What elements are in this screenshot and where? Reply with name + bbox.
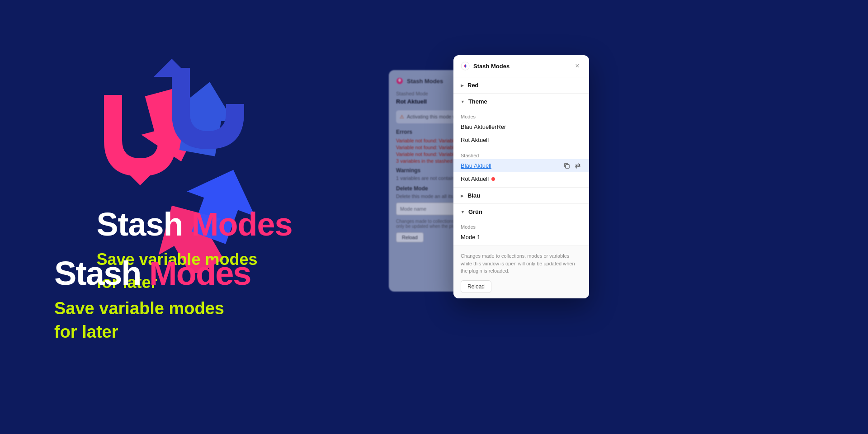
theme-mode-blau-aktueller[interactable]: Blau AktuellerRer <box>453 120 589 133</box>
bg-plugin-icon <box>396 77 403 85</box>
gruen-modes-label: Modes <box>453 222 589 231</box>
theme-modes-section: Modes Blau AktuellerRer Rot Aktuell <box>453 109 589 148</box>
theme-mode-rot-aktuell-text: Rot Aktuell <box>461 137 489 143</box>
modal-header-left: Stash Modes <box>461 61 509 71</box>
section-blau-chevron: ▶ <box>461 193 464 198</box>
theme-stashed-section: Stashed Blau Aktuell <box>453 148 589 187</box>
gruen-mode-1-text: Mode 1 <box>461 234 480 241</box>
modal-footer: Changes made to collections, modes or va… <box>453 246 589 298</box>
bg-panel-title: Stash Modes <box>407 78 443 85</box>
modal-close-button[interactable]: × <box>573 61 582 71</box>
svg-rect-2 <box>566 165 569 168</box>
modal-panel: Stash Modes × ▶ Red ▼ Theme Modes Blau A… <box>453 55 589 298</box>
theme-stashed-rot-aktuell[interactable]: Rot Aktuell <box>453 172 589 185</box>
hero-title-text: Stash Modes <box>54 254 250 292</box>
section-theme-label: Theme <box>468 98 487 105</box>
modal-title: Stash Modes <box>473 63 509 70</box>
error-indicator <box>491 177 495 181</box>
theme-stashed-blau-actions <box>563 163 582 169</box>
section-blau[interactable]: ▶ Blau <box>453 188 589 204</box>
section-red-chevron: ▶ <box>461 83 464 88</box>
modal-footer-note: Changes made to collections, modes or va… <box>461 252 582 275</box>
hero-title: Stash Modes <box>96 206 292 243</box>
theme-modes-label: Modes <box>453 111 589 120</box>
theme-stashed-label: Stashed <box>453 150 589 159</box>
section-gruen: ▼ Grün Modes Mode 1 <box>453 204 589 246</box>
bg-reload-button[interactable]: Reload <box>396 232 424 242</box>
hero-logo-svg <box>54 45 253 190</box>
stash-action-copy[interactable] <box>563 163 571 169</box>
modal-reload-button[interactable]: Reload <box>461 280 491 293</box>
section-gruen-chevron: ▼ <box>461 210 465 214</box>
hero-text-area: Stash Modes Save variable modes for late… <box>54 254 250 344</box>
hero-logo-area <box>54 45 262 194</box>
section-red[interactable]: ▶ Red <box>453 77 589 94</box>
modal-plugin-icon <box>461 61 470 71</box>
gruen-modes-section: Modes Mode 1 <box>453 220 589 245</box>
theme-stashed-rot-aktuell-text: Rot Aktuell <box>461 175 495 182</box>
section-theme-header[interactable]: ▼ Theme <box>453 94 589 109</box>
hero-subtitle-text: Save variable modes for later <box>54 297 250 344</box>
theme-mode-rot-aktuell[interactable]: Rot Aktuell <box>453 133 589 146</box>
section-red-label: Red <box>467 82 479 89</box>
section-gruen-header[interactable]: ▼ Grün <box>453 204 589 220</box>
theme-stashed-blau-aktuell-text: Blau Aktuell <box>461 162 491 169</box>
gruen-mode-1[interactable]: Mode 1 <box>453 231 589 244</box>
section-blau-label: Blau <box>467 192 480 199</box>
theme-stashed-blau-aktuell[interactable]: Blau Aktuell <box>453 159 589 172</box>
theme-mode-blau-aktueller-text: Blau AktuellerRer <box>461 123 506 130</box>
section-gruen-label: Grün <box>468 208 482 215</box>
section-theme-chevron: ▼ <box>461 99 465 104</box>
svg-marker-3 <box>122 167 158 185</box>
section-theme: ▼ Theme Modes Blau AktuellerRer Rot Aktu… <box>453 94 589 188</box>
modal-body: ▶ Red ▼ Theme Modes Blau AktuellerRer Ro… <box>453 77 589 246</box>
modal-header: Stash Modes × <box>453 55 589 77</box>
stash-action-swap[interactable] <box>574 163 582 169</box>
